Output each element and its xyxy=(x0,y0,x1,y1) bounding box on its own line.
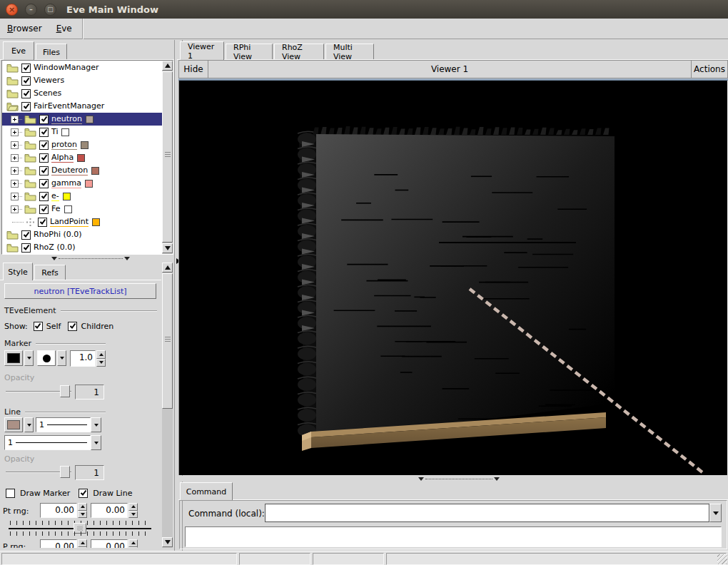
tree-item-deuteron[interactable]: Deuteron xyxy=(2,164,162,177)
tree-item-viewers[interactable]: Viewers xyxy=(2,74,162,87)
resize-grip-icon[interactable] xyxy=(717,554,727,564)
command-combo[interactable] xyxy=(265,504,722,522)
visibility-checkbox[interactable] xyxy=(39,166,49,175)
color-swatch[interactable] xyxy=(63,193,71,200)
tab-command[interactable]: Command xyxy=(180,482,233,500)
color-swatch[interactable] xyxy=(61,128,69,136)
visibility-checkbox[interactable] xyxy=(21,89,31,98)
pt-max-spinner[interactable]: 0.00 xyxy=(91,503,138,518)
color-swatch[interactable] xyxy=(91,167,99,175)
tree-item-landpoint[interactable]: LandPoint xyxy=(2,215,162,228)
tab-viewer-1[interactable]: Viewer 1 xyxy=(180,41,224,60)
pt-min-spinner[interactable]: 0.00 xyxy=(40,503,87,518)
tree-item-rhoz-0-0[interactable]: RhoZ (0.0) xyxy=(2,241,162,254)
menu-browser[interactable]: Browser xyxy=(0,24,49,34)
expander-icon[interactable] xyxy=(11,167,19,175)
visibility-checkbox[interactable] xyxy=(21,76,31,86)
p-max-spinner[interactable]: 0.00 xyxy=(91,539,138,548)
expander-icon[interactable] xyxy=(11,193,19,200)
expander-icon[interactable] xyxy=(11,180,19,188)
hide-button[interactable]: Hide xyxy=(178,60,208,78)
expander-icon[interactable] xyxy=(11,205,19,213)
spin-up-icon[interactable] xyxy=(96,350,106,359)
selected-element-button[interactable]: neutron [TEveTrackList] xyxy=(4,283,156,299)
line-width-dropdown-icon[interactable] xyxy=(91,417,101,432)
menu-eve[interactable]: Eve xyxy=(49,24,79,34)
gl-viewport[interactable] xyxy=(178,81,728,475)
visibility-checkbox[interactable] xyxy=(21,63,31,73)
scroll-up-icon[interactable] xyxy=(162,61,173,71)
marker-style-dropdown-icon[interactable] xyxy=(57,350,66,366)
close-icon[interactable]: × xyxy=(6,4,18,16)
visibility-checkbox[interactable] xyxy=(39,192,49,201)
line-width-combo[interactable]: 1 xyxy=(36,417,101,432)
color-swatch[interactable] xyxy=(85,180,93,188)
color-swatch[interactable] xyxy=(81,141,89,149)
marker-size-spinner[interactable]: 1.0 xyxy=(70,350,106,367)
color-swatch[interactable] xyxy=(92,218,100,226)
spin-down-icon[interactable] xyxy=(96,359,106,367)
visibility-checkbox[interactable] xyxy=(21,230,31,240)
style-scrollbar[interactable] xyxy=(162,263,173,548)
scroll-up-icon[interactable] xyxy=(162,263,173,273)
tab-style[interactable]: Style xyxy=(3,263,33,280)
scroll-down-icon[interactable] xyxy=(162,537,173,547)
visibility-checkbox[interactable] xyxy=(39,179,49,188)
line-color-dropdown-icon[interactable] xyxy=(24,417,34,432)
line-color-button[interactable] xyxy=(4,417,23,432)
tab-eve[interactable]: Eve xyxy=(3,41,34,60)
scroll-down-icon[interactable] xyxy=(162,243,173,253)
tree-scrollbar-thumb[interactable] xyxy=(162,71,173,243)
tree-item-rhophi-0-0[interactable]: RhoPhi (0.0) xyxy=(2,228,162,241)
expander-icon[interactable] xyxy=(11,141,19,149)
tree-item-alpha[interactable]: Alpha xyxy=(2,151,162,164)
children-checkbox[interactable] xyxy=(68,322,77,331)
self-checkbox[interactable] xyxy=(34,322,43,331)
command-output[interactable] xyxy=(185,526,722,547)
visibility-checkbox[interactable] xyxy=(38,218,47,227)
tree-scrollbar[interactable] xyxy=(162,61,173,254)
tab-files[interactable]: Files xyxy=(36,44,67,60)
marker-color-dropdown-icon[interactable] xyxy=(24,350,34,366)
tree-item-faireventmanager[interactable]: FairEventManager xyxy=(2,100,162,113)
command-h-splitter[interactable] xyxy=(178,476,728,482)
minimize-icon[interactable]: – xyxy=(25,4,37,16)
tree-item-gamma[interactable]: gamma xyxy=(2,177,162,190)
expander-icon[interactable] xyxy=(11,116,19,123)
visibility-checkbox[interactable] xyxy=(39,115,49,124)
visibility-checkbox[interactable] xyxy=(39,205,49,214)
tab-multi-view[interactable]: Multi View xyxy=(325,44,374,60)
tab-refs[interactable]: Refs xyxy=(34,265,66,280)
draw-line-checkbox[interactable] xyxy=(79,489,88,498)
line-style-combo[interactable]: 1 xyxy=(4,435,101,450)
color-swatch[interactable] xyxy=(77,154,85,162)
color-swatch[interactable] xyxy=(64,205,72,213)
marker-color-button[interactable] xyxy=(4,350,23,366)
expander-icon[interactable] xyxy=(11,154,19,162)
p-min-spinner[interactable]: 0.00 xyxy=(40,539,87,548)
visibility-checkbox[interactable] xyxy=(39,128,49,137)
expander-icon[interactable] xyxy=(11,128,19,136)
marker-style-button[interactable] xyxy=(37,350,56,366)
actions-button[interactable]: Actions xyxy=(691,60,728,78)
tab-rphi-view[interactable]: RPhi View xyxy=(226,44,273,60)
line-opacity-thumb[interactable] xyxy=(60,466,70,478)
left-h-splitter[interactable] xyxy=(1,255,173,261)
style-scrollbar-thumb[interactable] xyxy=(162,273,173,409)
draw-marker-checkbox[interactable] xyxy=(6,489,15,498)
tree-item-e[interactable]: e- xyxy=(2,190,162,203)
command-dropdown-icon[interactable] xyxy=(709,504,722,522)
tree-item-ti[interactable]: Ti xyxy=(2,126,162,138)
visibility-checkbox[interactable] xyxy=(21,102,31,111)
tree-item-windowmanager[interactable]: WindowManager xyxy=(2,61,162,74)
line-style-dropdown-icon[interactable] xyxy=(91,435,101,450)
visibility-checkbox[interactable] xyxy=(39,141,49,150)
tree-item-proton[interactable]: proton xyxy=(2,138,162,151)
command-input[interactable] xyxy=(265,504,709,522)
tree-item-scenes[interactable]: Scenes xyxy=(2,87,162,100)
visibility-checkbox[interactable] xyxy=(21,243,31,253)
color-swatch[interactable] xyxy=(86,116,93,123)
tree-item-neutron[interactable]: neutron xyxy=(2,113,162,126)
visibility-checkbox[interactable] xyxy=(39,153,49,163)
tree-item-fe[interactable]: Fe xyxy=(2,203,162,215)
